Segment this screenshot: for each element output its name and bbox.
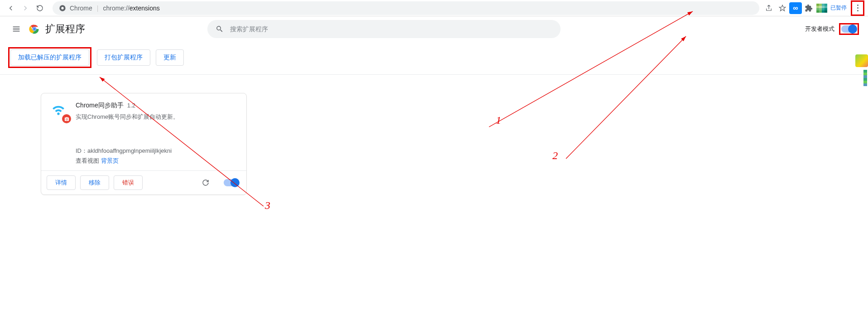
chrome-logo-icon <box>28 23 41 35</box>
right-side-widgets <box>855 54 868 86</box>
extension-card-footer: 详情 移除 错误 <box>41 170 246 194</box>
annotation-highlight-menu <box>851 0 864 16</box>
update-button[interactable]: 更新 <box>156 49 184 66</box>
back-button[interactable] <box>4 1 18 15</box>
address-bar[interactable]: Chrome | chrome://extensions <box>53 1 759 15</box>
extension-name: Chrome同步助手 <box>76 102 124 110</box>
profile-avatar[interactable] <box>816 4 827 13</box>
sidebar-widget-icon[interactable] <box>855 54 868 67</box>
developer-mode-toggle[interactable] <box>841 25 857 33</box>
developer-actions-row: 加载已解压的扩展程序 打包扩展程序 更新 <box>0 42 868 75</box>
svg-point-1 <box>61 7 63 9</box>
developer-mode-label: 开发者模式 <box>805 25 834 33</box>
extension-icon <box>50 102 68 121</box>
page-title: 扩展程序 <box>45 22 85 36</box>
annotation-label-1: 1 <box>496 114 501 126</box>
load-unpacked-button[interactable]: 加载已解压的扩展程序 <box>10 49 89 66</box>
chrome-icon <box>59 5 66 12</box>
forward-button[interactable] <box>18 1 33 15</box>
details-button[interactable]: 详情 <box>47 175 76 190</box>
annotation-label-3: 3 <box>265 199 270 212</box>
extensions-puzzle-icon[interactable] <box>802 1 815 15</box>
address-separator: | <box>97 5 99 12</box>
annotation-highlight-toggle <box>839 23 859 35</box>
developer-mode-group: 开发者模式 <box>805 23 861 35</box>
extension-description: 实现Chrome账号同步和扩展自动更新。 <box>76 112 237 121</box>
main-menu-button[interactable] <box>7 20 25 38</box>
extension-enable-toggle[interactable] <box>224 179 239 186</box>
background-page-link[interactable]: 背景页 <box>101 157 119 164</box>
pack-extension-button[interactable]: 打包扩展程序 <box>97 49 150 66</box>
extension-views: 查看视图 背景页 <box>76 157 237 165</box>
errors-button[interactable]: 错误 <box>114 175 143 190</box>
extension-id: ID：akldhfooaffngpmglnpemiiljlkjekni <box>76 147 237 155</box>
reload-extension-button[interactable] <box>198 175 213 190</box>
address-label: Chrome <box>70 5 92 12</box>
search-bar[interactable] <box>207 20 561 38</box>
extension-blue-icon[interactable]: ∞ <box>789 2 802 14</box>
extension-card: Chrome同步助手 1.2 实现Chrome账号同步和扩展自动更新。 ID：a… <box>41 93 247 195</box>
extension-version: 1.2 <box>127 102 135 109</box>
annotation-highlight-load-unpacked: 加载已解压的扩展程序 <box>8 47 91 68</box>
extensions-header: 扩展程序 开发者模式 <box>0 16 868 42</box>
camera-badge-icon <box>62 114 71 123</box>
sidebar-meter-icon <box>863 70 867 86</box>
search-input[interactable] <box>230 25 552 33</box>
search-icon <box>216 25 224 33</box>
extension-icons-group: ∞ 已暂停 <box>789 1 850 15</box>
annotation-label-2: 2 <box>552 150 558 162</box>
profile-paused-label[interactable]: 已暂停 <box>827 4 850 12</box>
chrome-menu-button[interactable] <box>853 2 862 14</box>
remove-button[interactable]: 移除 <box>80 175 109 190</box>
reload-button[interactable] <box>33 1 47 15</box>
extensions-content: Chrome同步助手 1.2 实现Chrome账号同步和扩展自动更新。 ID：a… <box>0 75 868 213</box>
address-url: chrome://extensions <box>103 5 159 12</box>
bookmark-star-icon[interactable] <box>776 1 789 15</box>
browser-toolbar: Chrome | chrome://extensions ∞ 已暂停 <box>0 0 868 16</box>
share-icon[interactable] <box>762 1 776 15</box>
